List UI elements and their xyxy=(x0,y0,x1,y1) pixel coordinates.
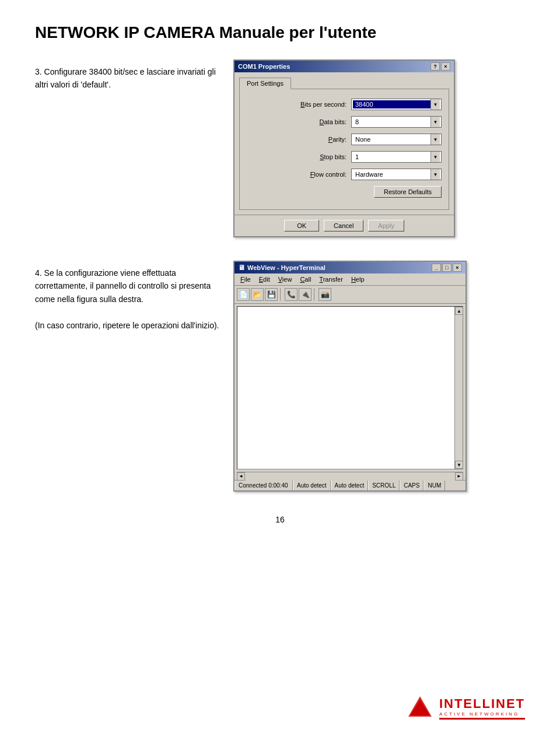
menu-edit[interactable]: Edit xyxy=(256,275,274,284)
tab-content: Bits per second: 38400 ▼ Data bits: 8 ▼ xyxy=(239,89,449,210)
step4-text1: 4. Se la configurazione viene effettuata… xyxy=(35,266,222,306)
port-settings-tab[interactable]: Port Settings xyxy=(239,78,291,89)
dialog-title: COM1 Properties xyxy=(238,63,290,70)
hyper-icon: 🖥 xyxy=(238,264,245,272)
hyper-titlebar: 🖥 WebView - HyperTerminal _ □ × xyxy=(235,262,466,273)
toolbar-disconnect-btn[interactable]: 🔌 xyxy=(299,288,312,301)
dialog-titlebar: COM1 Properties ? × xyxy=(235,61,454,72)
step4-content2: (In caso contrario, ripetere le operazio… xyxy=(35,319,222,332)
bits-per-second-arrow[interactable]: ▼ xyxy=(430,99,440,110)
logo-bar xyxy=(439,718,525,720)
data-bits-arrow[interactable]: ▼ xyxy=(430,117,440,127)
step3-number: 3. xyxy=(35,67,42,76)
section3: 3. Configurare 38400 bit/sec e lasciare … xyxy=(35,59,525,237)
dialog-help-btn[interactable]: ? xyxy=(430,62,440,71)
terminal-vscrollbar[interactable]: ▲ ▼ xyxy=(454,307,463,469)
stop-bits-value: 1 xyxy=(353,153,430,161)
menu-view[interactable]: View xyxy=(275,275,296,284)
hscroll-track[interactable] xyxy=(245,472,455,481)
parity-label: Parity: xyxy=(282,136,346,143)
flow-control-label: Flow control: xyxy=(282,171,346,178)
intellinet-logo: INTELLINET ACTIVE NETWORKING xyxy=(405,693,525,723)
step4-content1: Se la configurazione viene effettuata co… xyxy=(35,268,211,304)
data-bits-label: Data bits: xyxy=(282,118,346,125)
flow-control-row: Flow control: Hardware ▼ xyxy=(247,169,442,180)
com1-properties-dialog: COM1 Properties ? × Port Settings Bits p… xyxy=(233,59,455,237)
hyper-toolbar: 📄 📂 💾 📞 🔌 📸 xyxy=(235,286,466,304)
logo-main-text: INTELLINET xyxy=(439,696,525,711)
logo-sub-text: ACTIVE NETWORKING xyxy=(439,711,525,717)
restore-defaults-row: Restore Defaults xyxy=(247,186,442,198)
hyper-window-controls: _ □ × xyxy=(432,264,462,272)
stop-bits-label: Stop bits: xyxy=(282,153,346,160)
status-scroll: SCROLL xyxy=(368,481,400,490)
menu-help[interactable]: Help xyxy=(348,275,368,284)
parity-arrow[interactable]: ▼ xyxy=(430,134,440,145)
dialog-bottom-buttons: OK Cancel Apply xyxy=(235,215,454,236)
hyper-statusbar: Connected 0:00:40 Auto detect Auto detec… xyxy=(235,480,466,490)
cancel-button[interactable]: Cancel xyxy=(324,220,363,232)
step3-content: Configurare 38400 bit/sec e lasciare inv… xyxy=(35,67,216,89)
status-autodetect1: Auto detect xyxy=(293,481,331,490)
data-bits-value: 8 xyxy=(353,118,430,126)
scroll-up-arrow[interactable]: ▲ xyxy=(455,307,463,315)
hyper-menubar: File Edit View Call Transfer Help xyxy=(235,273,466,286)
toolbar-connect-btn[interactable]: 📞 xyxy=(285,288,298,301)
hyper-minimize-btn[interactable]: _ xyxy=(432,264,441,272)
hyper-close-btn[interactable]: × xyxy=(453,264,462,272)
menu-transfer[interactable]: Transfer xyxy=(316,275,346,284)
scroll-track[interactable] xyxy=(455,315,463,461)
page-title: NETWORK IP CAMERA Manuale per l'utente xyxy=(35,23,525,42)
bits-per-second-row: Bits per second: 38400 ▼ xyxy=(247,99,442,110)
hscroll-left-arrow[interactable]: ◄ xyxy=(237,472,245,481)
parity-row: Parity: None ▼ xyxy=(247,134,442,145)
toolbar-capture-btn[interactable]: 📸 xyxy=(318,288,331,301)
page-number: 16 xyxy=(35,515,525,524)
status-caps: CAPS xyxy=(400,481,424,490)
terminal-hscrollbar[interactable]: ◄ ► xyxy=(237,472,463,480)
toolbar-save-btn[interactable]: 💾 xyxy=(265,288,278,301)
data-bits-row: Data bits: 8 ▼ xyxy=(247,116,442,128)
section4-text: 4. Se la configurazione viene effettuata… xyxy=(35,261,222,332)
toolbar-new-btn[interactable]: 📄 xyxy=(237,288,250,301)
parity-select[interactable]: None ▼ xyxy=(351,134,442,145)
data-bits-select[interactable]: 8 ▼ xyxy=(351,116,442,128)
menu-file[interactable]: File xyxy=(237,275,254,284)
hyper-restore-btn[interactable]: □ xyxy=(442,264,452,272)
ok-button[interactable]: OK xyxy=(284,220,319,232)
flow-control-select[interactable]: Hardware ▼ xyxy=(351,169,442,180)
stop-bits-arrow[interactable]: ▼ xyxy=(430,152,440,162)
stop-bits-select[interactable]: 1 ▼ xyxy=(351,151,442,163)
apply-button[interactable]: Apply xyxy=(368,220,404,232)
dialog-content: Port Settings Bits per second: 38400 ▼ xyxy=(235,72,454,215)
parity-value: None xyxy=(353,135,430,143)
hscroll-right-arrow[interactable]: ► xyxy=(455,472,463,481)
hyperterminal-window: 🖥 WebView - HyperTerminal _ □ × File Edi… xyxy=(233,261,467,492)
step4-number: 4. xyxy=(35,268,42,278)
logo-graphic xyxy=(405,693,435,723)
scroll-down-arrow[interactable]: ▼ xyxy=(455,461,463,469)
section3-text: 3. Configurare 38400 bit/sec e lasciare … xyxy=(35,59,222,92)
dialog-controls: ? × xyxy=(430,62,450,71)
dialog-title-text: COM1 Properties xyxy=(238,63,290,70)
flow-control-value: Hardware xyxy=(353,170,430,178)
flow-control-arrow[interactable]: ▼ xyxy=(430,169,440,180)
restore-defaults-button[interactable]: Restore Defaults xyxy=(374,186,442,198)
toolbar-sep1 xyxy=(280,288,282,301)
toolbar-open-btn[interactable]: 📂 xyxy=(251,288,264,301)
terminal-display: ▲ ▼ xyxy=(237,306,463,469)
hyper-title-text: 🖥 WebView - HyperTerminal xyxy=(238,264,326,272)
toolbar-sep2 xyxy=(314,288,316,301)
status-num: NUM xyxy=(424,481,445,490)
hyper-title-label: WebView - HyperTerminal xyxy=(247,264,326,271)
dialog-close-btn[interactable]: × xyxy=(441,62,450,71)
status-connected: Connected 0:00:40 xyxy=(235,481,293,490)
status-autodetect2: Auto detect xyxy=(331,481,369,490)
bits-per-second-select[interactable]: 38400 ▼ xyxy=(351,99,442,110)
section4: 4. Se la configurazione viene effettuata… xyxy=(35,261,525,492)
stop-bits-row: Stop bits: 1 ▼ xyxy=(247,151,442,163)
bits-per-second-value: 38400 xyxy=(353,100,430,108)
svg-marker-1 xyxy=(410,699,430,716)
logo-text-area: INTELLINET ACTIVE NETWORKING xyxy=(439,696,525,720)
menu-call[interactable]: Call xyxy=(296,275,314,284)
